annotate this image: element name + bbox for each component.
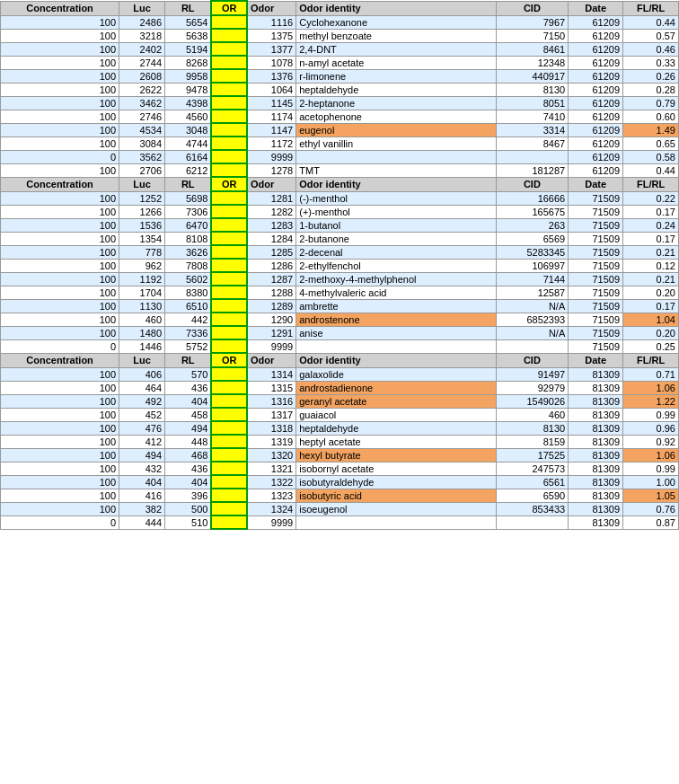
cell-odor-identity: 2-butanone (296, 232, 496, 245)
cell-luc: 3218 (119, 29, 165, 42)
cell-rl: 3626 (165, 245, 212, 259)
cell-flrl: 0.17 (623, 205, 679, 218)
table-row: 1001192560212872-methoxy-4-methylphenol7… (1, 272, 679, 286)
cell-or (211, 15, 247, 29)
cell-date: 71509 (569, 313, 623, 326)
cell-date: 61209 (569, 96, 623, 110)
cell-luc: 1354 (119, 232, 165, 245)
cell-rl: 404 (165, 475, 212, 489)
cell-concentration: 100 (1, 69, 119, 83)
cell-odor-identity: androstadienone (296, 381, 496, 394)
cell-cid: 853433 (496, 502, 569, 515)
cell-or (211, 408, 247, 421)
cell-date: 61209 (569, 83, 623, 96)
cell-flrl: 0.57 (623, 29, 679, 42)
cell-odor: 1078 (247, 56, 296, 69)
cell-date: 61209 (569, 15, 623, 29)
cell-odor: 9999 (247, 515, 296, 529)
column-header-odor: Odor (247, 1, 296, 15)
cell-odor: 1317 (247, 408, 296, 421)
cell-flrl: 0.44 (623, 163, 679, 177)
cell-or (211, 272, 247, 286)
table-row: 1004644361315androstadienone92979813091.… (1, 381, 679, 394)
cell-luc: 460 (119, 313, 165, 326)
cell-odor: 1282 (247, 205, 296, 218)
cell-luc: 3084 (119, 137, 165, 150)
cell-flrl: 1.06 (623, 448, 679, 462)
column-header-or: OR (211, 353, 247, 367)
cell-flrl: 0.17 (623, 299, 679, 313)
cell-flrl: 1.05 (623, 489, 679, 502)
table-row: 1003825001324isoeugenol853433813090.76 (1, 502, 679, 515)
table-row: 1004044041322isobutyraldehyde6561813091.… (1, 475, 679, 489)
cell-odor-identity: Cyclohexanone (296, 15, 496, 29)
cell-date: 81309 (569, 408, 623, 421)
cell-luc: 1130 (119, 299, 165, 313)
cell-concentration: 100 (1, 123, 119, 137)
cell-cid: 6569 (496, 232, 569, 245)
cell-concentration: 100 (1, 137, 119, 150)
cell-or (211, 123, 247, 137)
cell-odor-identity: 2-heptanone (296, 96, 496, 110)
cell-luc: 2622 (119, 83, 165, 96)
cell-date: 71509 (569, 326, 623, 339)
cell-concentration: 100 (1, 462, 119, 475)
cell-concentration: 0 (1, 150, 119, 163)
column-header-odor-identity: Odor identity (296, 1, 496, 15)
cell-rl: 8268 (165, 56, 212, 69)
column-header-odor: Odor (247, 353, 296, 367)
cell-flrl: 0.21 (623, 245, 679, 259)
cell-concentration: 100 (1, 163, 119, 177)
table-row: 100308447441172ethyl vanillin8467612090.… (1, 137, 679, 150)
column-header-odor-identity: Odor identity (296, 353, 496, 367)
cell-date: 61209 (569, 29, 623, 42)
cell-or (211, 462, 247, 475)
cell-flrl: 1.06 (623, 381, 679, 394)
cell-date: 71509 (569, 259, 623, 272)
cell-odor: 9999 (247, 339, 296, 353)
cell-odor-identity: androstenone (296, 313, 496, 326)
cell-or (211, 435, 247, 448)
cell-rl: 5752 (165, 339, 212, 353)
cell-odor: 1287 (247, 272, 296, 286)
cell-odor: 1289 (247, 299, 296, 313)
cell-cid: 8461 (496, 42, 569, 56)
table-row: 0144657529999715090.25 (1, 339, 679, 353)
cell-flrl: 0.33 (623, 56, 679, 69)
cell-luc: 494 (119, 448, 165, 462)
cell-date: 61209 (569, 110, 623, 123)
table-row: 1003462439811452-heptanone8051612090.79 (1, 96, 679, 110)
cell-date: 71509 (569, 339, 623, 353)
cell-date: 81309 (569, 515, 623, 529)
cell-rl: 458 (165, 408, 212, 421)
cell-luc: 406 (119, 367, 165, 381)
cell-flrl: 1.04 (623, 313, 679, 326)
cell-or (211, 313, 247, 326)
cell-cid: 460 (496, 408, 569, 421)
cell-concentration: 100 (1, 299, 119, 313)
cell-concentration: 100 (1, 42, 119, 56)
cell-rl: 6470 (165, 218, 212, 232)
cell-concentration: 100 (1, 29, 119, 42)
cell-flrl: 0.20 (623, 326, 679, 339)
cell-odor-identity: guaiacol (296, 408, 496, 421)
cell-or (211, 29, 247, 42)
cell-odor-identity: 2-decenal (296, 245, 496, 259)
cell-flrl: 0.22 (623, 191, 679, 205)
cell-concentration: 100 (1, 408, 119, 421)
table-row: 100321856381375methyl benzoate7150612090… (1, 29, 679, 42)
cell-cid: 8467 (496, 137, 569, 150)
cell-odor: 1283 (247, 218, 296, 232)
cell-rl: 9958 (165, 69, 212, 83)
cell-luc: 962 (119, 259, 165, 272)
cell-odor: 1145 (247, 96, 296, 110)
column-header-luc: Luc (119, 1, 165, 15)
cell-luc: 1480 (119, 326, 165, 339)
cell-rl: 570 (165, 367, 212, 381)
cell-odor: 1285 (247, 245, 296, 259)
cell-concentration: 100 (1, 367, 119, 381)
cell-rl: 5698 (165, 191, 212, 205)
cell-odor: 1116 (247, 15, 296, 29)
cell-rl: 5194 (165, 42, 212, 56)
cell-odor-identity: heptyl acetate (296, 435, 496, 448)
